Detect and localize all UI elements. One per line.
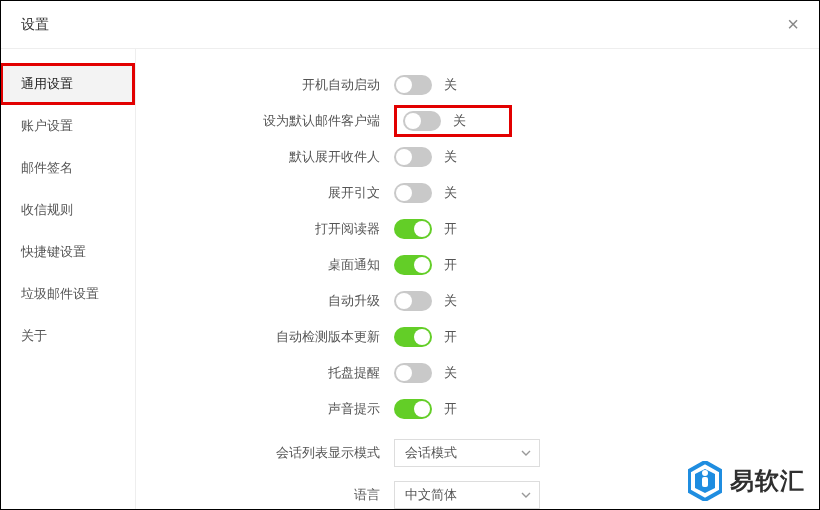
toggle-wrap: 开 xyxy=(394,399,464,419)
setting-row: 默认展开收件人 关 xyxy=(136,139,795,175)
toggle-state: 关 xyxy=(444,76,464,94)
setting-label: 桌面通知 xyxy=(136,256,394,274)
toggle-desktop-notify[interactable] xyxy=(394,255,432,275)
setting-row: 自动检测版本更新 开 xyxy=(136,319,795,355)
sidebar-item-about[interactable]: 关于 xyxy=(1,315,135,357)
toggle-expand-recipients[interactable] xyxy=(394,147,432,167)
toggle-wrap: 关 xyxy=(394,147,464,167)
toggle-reader[interactable] xyxy=(394,219,432,239)
chevron-down-icon xyxy=(521,448,531,458)
window-title: 设置 xyxy=(21,16,49,34)
setting-label: 打开阅读器 xyxy=(136,220,394,238)
setting-label: 声音提示 xyxy=(136,400,394,418)
setting-label: 设为默认邮件客户端 xyxy=(136,112,394,130)
sidebar: 通用设置 账户设置 邮件签名 收信规则 快捷键设置 垃圾邮件设置 关于 xyxy=(1,49,136,509)
sidebar-item-spam[interactable]: 垃圾邮件设置 xyxy=(1,273,135,315)
toggle-state: 关 xyxy=(444,184,464,202)
setting-row: 展开引文 关 xyxy=(136,175,795,211)
chevron-down-icon xyxy=(521,490,531,500)
toggle-wrap: 开 xyxy=(394,327,464,347)
select-list-mode[interactable]: 会话模式 xyxy=(394,439,540,467)
toggle-wrap: 开 xyxy=(394,219,464,239)
toggle-state: 关 xyxy=(444,364,464,382)
setting-label: 展开引文 xyxy=(136,184,394,202)
setting-row: 桌面通知 开 xyxy=(136,247,795,283)
watermark: 易软汇 xyxy=(688,461,805,501)
setting-row: 开机自动启动 关 xyxy=(136,67,795,103)
toggle-tray-remind[interactable] xyxy=(394,363,432,383)
setting-row: 托盘提醒 关 xyxy=(136,355,795,391)
setting-label: 自动升级 xyxy=(136,292,394,310)
sidebar-item-label: 邮件签名 xyxy=(21,160,73,175)
sidebar-item-label: 垃圾邮件设置 xyxy=(21,286,99,301)
sidebar-item-label: 通用设置 xyxy=(21,76,73,91)
setting-row: 自动升级 关 xyxy=(136,283,795,319)
sidebar-item-label: 账户设置 xyxy=(21,118,73,133)
sidebar-item-signature[interactable]: 邮件签名 xyxy=(1,147,135,189)
toggle-expand-quote[interactable] xyxy=(394,183,432,203)
svg-point-2 xyxy=(702,470,708,476)
setting-row: 设为默认邮件客户端 关 xyxy=(136,103,795,139)
setting-label: 会话列表显示模式 xyxy=(136,444,394,462)
toggle-wrap: 关 xyxy=(394,75,464,95)
hex-logo-icon xyxy=(688,461,722,501)
setting-label: 语言 xyxy=(136,486,394,504)
sidebar-item-label: 关于 xyxy=(21,328,47,343)
select-language[interactable]: 中文简体 xyxy=(394,481,540,509)
setting-row: 声音提示 开 xyxy=(136,391,795,427)
toggle-state: 关 xyxy=(444,292,464,310)
sidebar-item-account[interactable]: 账户设置 xyxy=(1,105,135,147)
sidebar-item-label: 快捷键设置 xyxy=(21,244,86,259)
setting-label: 自动检测版本更新 xyxy=(136,328,394,346)
svg-rect-3 xyxy=(702,477,708,487)
toggle-state: 开 xyxy=(444,220,464,238)
toggle-state: 开 xyxy=(444,328,464,346)
sidebar-item-shortcuts[interactable]: 快捷键设置 xyxy=(1,231,135,273)
toggle-autostart[interactable] xyxy=(394,75,432,95)
select-value: 中文简体 xyxy=(405,486,457,504)
toggle-check-update[interactable] xyxy=(394,327,432,347)
toggle-state: 开 xyxy=(444,256,464,274)
setting-label: 默认展开收件人 xyxy=(136,148,394,166)
watermark-text: 易软汇 xyxy=(730,465,805,497)
toggle-wrap: 关 xyxy=(394,363,464,383)
sidebar-item-label: 收信规则 xyxy=(21,202,73,217)
header: 设置 × xyxy=(1,1,819,49)
sidebar-item-rules[interactable]: 收信规则 xyxy=(1,189,135,231)
toggle-state: 开 xyxy=(444,400,464,418)
setting-label: 托盘提醒 xyxy=(136,364,394,382)
toggle-auto-upgrade[interactable] xyxy=(394,291,432,311)
select-value: 会话模式 xyxy=(405,444,457,462)
toggle-wrap: 开 xyxy=(394,255,464,275)
close-icon[interactable]: × xyxy=(787,13,799,36)
setting-label: 开机自动启动 xyxy=(136,76,394,94)
toggle-wrap: 关 xyxy=(394,183,464,203)
sidebar-item-general[interactable]: 通用设置 xyxy=(0,63,135,105)
toggle-sound[interactable] xyxy=(394,399,432,419)
highlight-box: 关 xyxy=(394,105,512,137)
content: 开机自动启动 关 设为默认邮件客户端 关 默认展开收件人 关 展开引文 xyxy=(136,49,819,509)
toggle-default-client[interactable] xyxy=(403,111,441,131)
setting-row: 打开阅读器 开 xyxy=(136,211,795,247)
toggle-wrap: 关 xyxy=(394,291,464,311)
body: 通用设置 账户设置 邮件签名 收信规则 快捷键设置 垃圾邮件设置 关于 开机自动… xyxy=(1,49,819,509)
toggle-state: 关 xyxy=(444,148,464,166)
toggle-state: 关 xyxy=(453,112,473,130)
